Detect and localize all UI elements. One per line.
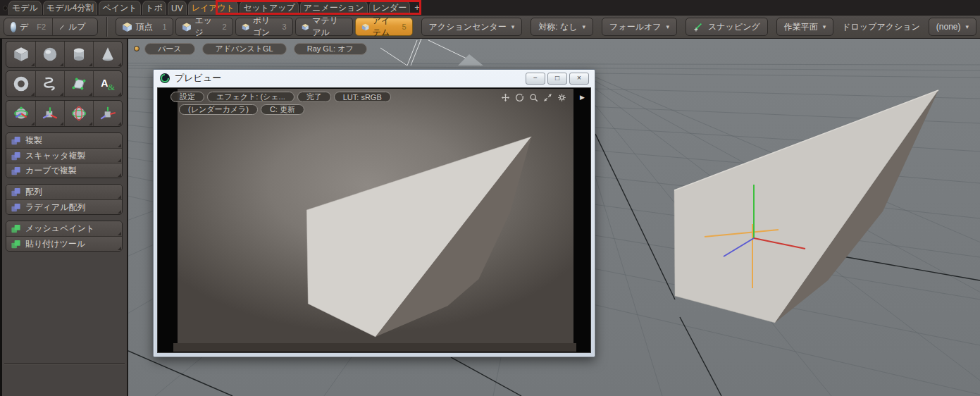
workspace-tab[interactable]: トポ <box>142 1 167 15</box>
preview-toolbar-row2: (レンダーカメラ) C: 更新 <box>179 104 391 115</box>
toolbar-separator <box>106 17 107 37</box>
preview-render-area[interactable] <box>178 89 573 343</box>
tool-button[interactable]: 配列 <box>6 185 122 199</box>
workspace-tab[interactable]: モデル4分割 <box>43 1 98 15</box>
sidebar-panel-divider[interactable] <box>4 363 125 364</box>
3d-viewport[interactable]: パース アドバンストGL Ray GL: オフ プレビュー <box>128 39 980 396</box>
selection-mode-button[interactable]: マテリアル <box>295 18 353 36</box>
preview-expander-arrow[interactable]: ▶ <box>580 94 585 101</box>
rotate-gizmo-tool[interactable] <box>64 101 93 126</box>
cube-icon <box>361 22 369 32</box>
preview-toolbar-button[interactable]: エフェクト: (シェ... <box>207 92 294 102</box>
cube-icon <box>122 22 132 32</box>
selection-mode-button[interactable]: アイテム 5 <box>355 18 413 36</box>
window-control-button[interactable]: × <box>569 73 589 85</box>
primitive-tool-row <box>6 41 123 68</box>
viewport-header-button[interactable]: Ray GL: オフ <box>294 43 367 55</box>
pan-icon[interactable] <box>501 93 510 102</box>
svg-text:A: A <box>101 78 108 89</box>
cubes-icon <box>11 135 21 146</box>
action-center-dropdown[interactable]: アクションセンター ▾ <box>421 18 523 36</box>
window-control-button[interactable]: □ <box>547 73 567 85</box>
selection-mode-button[interactable]: エッジ 2 <box>175 18 233 36</box>
cube-icon <box>302 22 309 32</box>
viewport-header: パース アドバンストGL Ray GL: オフ <box>144 43 367 55</box>
gear-icon[interactable] <box>557 93 566 102</box>
preview-toolbar-button[interactable]: 完了 <box>297 92 331 102</box>
drop-action-dropdown[interactable]: (none) ▾ <box>929 18 976 36</box>
viewport-header-button[interactable]: パース <box>144 43 195 55</box>
window-control-button[interactable]: − <box>526 73 545 85</box>
tool-button[interactable]: メッシュペイント <box>6 221 122 236</box>
snapping-button[interactable]: スナッピング <box>686 18 768 36</box>
selection-mode-button[interactable]: ポリゴン 3 <box>235 18 293 36</box>
svg-text:&: & <box>108 82 115 92</box>
sculpt-mode-button[interactable]: スカルプト <box>52 18 97 35</box>
viewport-header-button[interactable]: アドバンストGL <box>202 43 287 55</box>
cubes-icon <box>11 187 21 197</box>
preview-content: 設定 エフェクト: (シェ... 完了 LUT: sRGB <box>157 87 591 353</box>
main-toolbar: モデル F2 スカルプト 頂点 1 <box>0 16 980 39</box>
preview-toolbar-row1: 設定 エフェクト: (シェ... 完了 LUT: sRGB <box>170 92 391 102</box>
preview-toolbar-button[interactable]: 設定 <box>170 92 204 102</box>
helix-tool[interactable] <box>35 71 64 97</box>
tool-button[interactable]: 貼り付けツール <box>6 236 122 251</box>
cube-tool[interactable] <box>6 42 35 67</box>
polygon-pen-tool[interactable] <box>64 71 93 97</box>
preview-titlebar[interactable]: プレビュー − □ × <box>154 70 595 87</box>
text-tool[interactable]: A & <box>93 71 122 97</box>
add-tab-button[interactable]: + <box>414 2 420 13</box>
work-plane-dropdown[interactable]: 作業平面 ▾ <box>776 18 834 36</box>
sphere-icon <box>41 46 59 63</box>
tool-button[interactable]: スキャッタ複製 <box>6 148 122 163</box>
preview-window[interactable]: プレビュー − □ × <box>153 69 595 357</box>
snapping-arrow-icon <box>693 22 703 32</box>
model-mode-button[interactable]: モデル F2 <box>4 18 52 35</box>
workspace-tab[interactable]: レイアウト <box>188 1 238 15</box>
mesh-paint-group: メッシュペイント 貼り付けツール <box>6 221 123 252</box>
torus-tool[interactable] <box>6 71 35 97</box>
tool-button[interactable]: 複製 <box>6 133 122 148</box>
sphere-tool[interactable] <box>35 42 64 67</box>
text-icon: A & <box>99 75 117 92</box>
viewport-menu-dot[interactable] <box>134 46 139 51</box>
symmetry-dropdown[interactable]: 対称: なし ▾ <box>531 18 593 36</box>
scale-gizmo-icon <box>99 105 117 122</box>
selection-mode-buttons: 頂点 1 エッジ 2 ポリゴン <box>116 18 413 36</box>
curve-tool-row: A & <box>6 70 123 97</box>
cubes-icon <box>11 151 21 161</box>
window-controls: − □ × <box>526 73 589 85</box>
scale-gizmo-tool[interactable] <box>93 101 122 126</box>
cylinder-icon <box>70 46 88 63</box>
axis-move-tool[interactable] <box>35 101 64 126</box>
preview-render-scene <box>178 89 573 343</box>
preview-toolbar: 設定 エフェクト: (シェ... 完了 LUT: sRGB <box>170 92 391 115</box>
preview-bottom-strip <box>173 343 576 352</box>
preview-toolbar-button[interactable]: C: 更新 <box>261 104 304 115</box>
tool-button[interactable]: カーブで複製 <box>6 163 122 178</box>
rotate-icon[interactable] <box>515 93 524 102</box>
workspace-tab[interactable]: アニメーション <box>300 1 368 15</box>
workspace-tab[interactable]: UV <box>168 1 187 15</box>
workspace-tab[interactable]: ペイント <box>99 1 140 15</box>
cone-tool[interactable] <box>93 42 122 67</box>
duplicate-group: 複製 スキャッタ複製 カーブで複製 <box>6 132 123 178</box>
preview-window-title: プレビュー <box>175 72 221 85</box>
fullscreen-icon[interactable] <box>543 93 552 102</box>
workspace-tab[interactable]: セットアップ <box>240 1 299 15</box>
workspace-tab[interactable]: モデル <box>8 1 42 15</box>
move-gizmo-tool[interactable] <box>6 101 35 126</box>
cone-icon <box>99 46 117 63</box>
falloff-dropdown[interactable]: フォールオフ ▾ <box>602 18 677 36</box>
cylinder-tool[interactable] <box>64 42 93 67</box>
tool-button[interactable]: ラディアル配列 <box>6 199 122 214</box>
zoom-icon[interactable] <box>529 93 538 102</box>
preview-toolbar-button[interactable]: LUT: sRGB <box>334 92 391 102</box>
tabbar-menu-dot[interactable] <box>3 6 8 11</box>
workspace-tab[interactable]: レンダー <box>369 1 411 15</box>
preview-toolbar-button[interactable]: (レンダーカメラ) <box>179 104 258 115</box>
selection-mode-button[interactable]: 頂点 1 <box>116 18 173 36</box>
cubes-icon <box>11 166 21 176</box>
move-gizmo-icon <box>12 105 30 122</box>
preview-nav-icons <box>501 93 566 102</box>
